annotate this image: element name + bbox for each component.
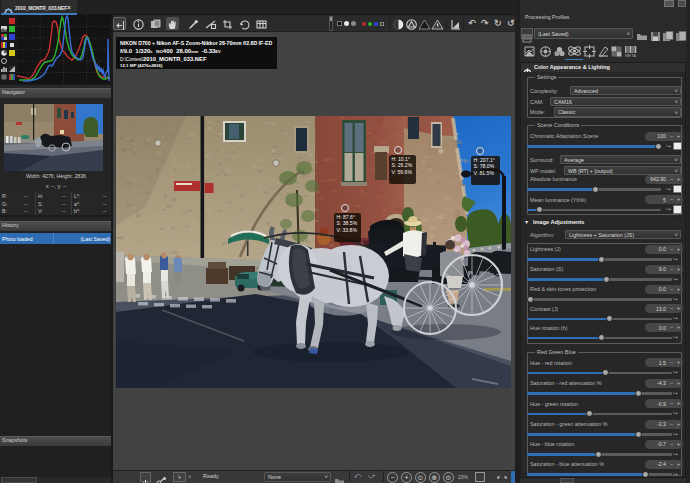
- svg-text:META: META: [625, 53, 636, 58]
